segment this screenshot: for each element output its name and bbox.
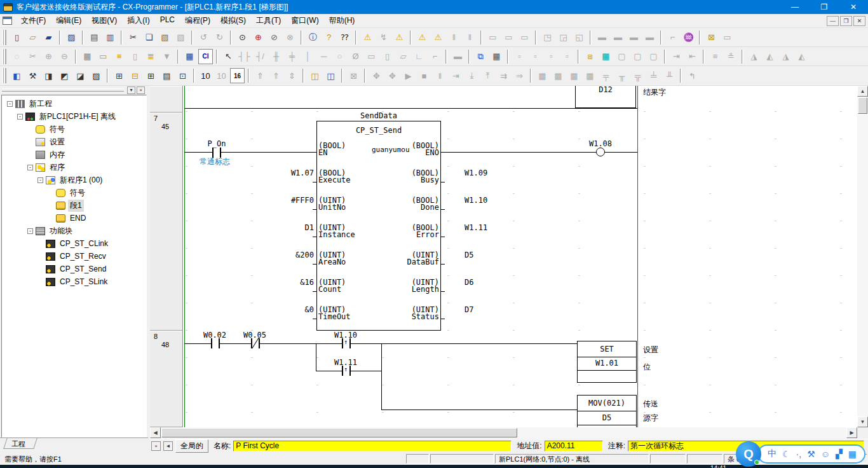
watch-window-icon[interactable]: ◨ [41,68,56,83]
fb-param-row[interactable]: &16 (UINT) Count (UINT) Length D6 [183,278,637,305]
new-file-icon[interactable]: ▯ [10,30,24,45]
diff-monitor4-icon[interactable]: ◭ [794,49,809,64]
pause-icon[interactable]: ‖ [433,68,447,83]
io-comment1-icon[interactable]: ▫ [512,49,527,64]
memory-view4-icon[interactable]: ▦ [583,68,597,83]
contact-w1-11[interactable] [349,366,351,376]
fb-library-icon[interactable]: ⧉ [473,49,488,64]
field-bar-prev-button[interactable]: ◄ [163,441,173,451]
fb-output-operand[interactable]: D5 [465,251,473,259]
window-tile-v-icon[interactable]: ▬ [627,30,641,45]
ladder-canvas[interactable]: D12 结果字 P_On 常通标志 SendData CP_ST_Send gu… [183,86,857,427]
fb-param-row[interactable]: (BOOL) EN (BOOL) ENO [183,141,637,169]
symbol-table-icon[interactable]: ▦ [182,49,197,64]
mdi-restore-button[interactable]: ❐ [840,16,852,26]
properties-icon[interactable]: ▨ [89,68,104,83]
transfer-program-icon[interactable]: ⊠ [346,68,361,83]
fb-output-operand[interactable]: W1.09 [465,169,487,177]
ime-apps-button[interactable]: ▦ [848,449,857,459]
vertical-scroll-thumb[interactable] [858,97,867,114]
fb-input-operand[interactable]: D1 [259,223,314,232]
continue-icon[interactable]: ⇒ [512,68,527,83]
scroll-left-button[interactable]: ◀ [150,427,161,438]
watch-window-add-icon[interactable]: ▭ [485,30,500,45]
step-over-icon[interactable]: ⇉ [496,68,511,83]
menu-plc[interactable]: PLC [155,14,180,27]
transfer-warning-icon[interactable]: ⚠ [415,30,430,45]
dock-close-button[interactable]: × [137,86,145,94]
menu-program[interactable]: 编程(P) [180,14,215,27]
tree-expander[interactable]: - [7,101,13,107]
redo-icon[interactable]: ↻ [212,30,227,45]
chart5-icon[interactable]: ╨ [662,68,677,83]
step-end-icon[interactable]: ⇥ [449,68,463,83]
tree-item-cp-st-slink[interactable]: CP_ST_SLink [2,275,146,288]
fb-input-operand[interactable]: &200 [259,251,314,259]
diff-monitor1-icon[interactable]: ◮ [747,49,761,64]
tree-item-cp-st-recv[interactable]: CP_ST_Recv [2,250,146,263]
toolbar-grip[interactable] [3,68,6,83]
tree-item-program1-symbols[interactable]: 符号 [2,186,146,199]
chart3-icon[interactable]: ╦ [630,68,645,83]
hex-view-icon[interactable]: 16 [230,68,245,83]
set-value3-icon[interactable]: ⇕ [285,68,299,83]
menu-help[interactable]: 帮助(H) [324,14,360,27]
instruction-box3-icon[interactable]: ▱ [396,49,410,64]
pause2-icon[interactable]: ‖ [463,30,477,45]
toolbar-grip[interactable] [3,30,6,45]
scroll-down-button[interactable]: ▼ [857,416,868,427]
mdi-close-button[interactable]: ✕ [853,16,865,26]
instruction-box2-icon[interactable]: ▯ [380,49,395,64]
grid-toggle-icon[interactable]: ▦ [80,49,95,64]
monitor-warning-icon[interactable]: ⚠ [431,30,445,45]
signed-decimal-view-icon[interactable]: 10 [214,68,229,83]
zoom-cut-icon[interactable]: ✂ [25,49,40,64]
protect-lock-icon[interactable]: ⊠ [704,30,719,45]
window-tile-h-icon[interactable]: ▬ [611,30,625,45]
symbol-address-field[interactable]: A200.11 [545,441,603,451]
fb-instance-icon[interactable]: ⧈ [583,49,597,64]
protect-release-icon[interactable]: ▭ [720,30,735,45]
tree-expander[interactable]: - [37,177,43,183]
monitor-pause2-icon[interactable]: ✥ [385,68,400,83]
pause-monitor-icon[interactable]: ‖ [447,30,461,45]
find-icon[interactable]: ⊙ [235,30,250,45]
select-tool-icon[interactable]: ↖ [221,49,236,64]
output-coil-w1-08[interactable] [596,148,605,156]
ct-view-icon[interactable]: CI [198,49,213,64]
io-comment4-icon[interactable]: ▫ [560,49,574,64]
menu-file[interactable]: 文件(F) [16,14,51,27]
memory-view3-icon[interactable]: ▦ [567,68,581,83]
ime-tools-button[interactable]: ⚒ [807,449,815,459]
contact-no-icon[interactable]: ┤├ [237,49,252,64]
help-icon[interactable]: ? [322,30,336,45]
tree-item-plc1[interactable]: - 新PLC1[CP1H-E] 离线 [2,110,146,123]
horizontal-scroll-thumb[interactable] [161,428,517,437]
undo-icon[interactable]: ↺ [196,30,211,45]
tree-item-new-project[interactable]: - 新工程 [2,97,146,110]
fb-edit2-icon[interactable]: ▢ [630,49,645,64]
minimize-button[interactable]: — [780,0,810,14]
window-arrange-icon[interactable]: ▬ [642,30,657,45]
decimal-view-icon[interactable]: 10 [198,68,213,83]
tree-expander[interactable]: - [17,114,23,120]
indent-icon[interactable]: ⇥ [669,49,684,64]
step-in-icon[interactable]: ⤓ [465,68,479,83]
horizontal-line-icon[interactable]: ─ [316,49,331,64]
fb-input-operand[interactable]: #FFF0 [259,196,314,205]
ime-lang-button[interactable]: 中 [768,448,776,460]
rung-margin-block[interactable] [150,86,182,113]
fb-param-row[interactable]: &0 (UINT) TimeOut (UINT) Status D7 [183,305,637,333]
address-ref-icon[interactable]: ◲ [556,30,571,45]
print-preview-icon[interactable]: ▥ [103,30,118,45]
find-back-icon[interactable]: ⊗ [283,30,297,45]
watch-paste-icon[interactable]: ▭ [501,30,516,45]
context-help-icon[interactable]: ⁇ [337,30,352,45]
set-instruction-box[interactable]: SET W1.01 [577,341,637,383]
tree-expander[interactable]: - [27,228,33,234]
workspace-toggle-icon[interactable]: ◧ [10,68,24,83]
window-cascade-icon[interactable]: ▬ [595,30,609,45]
coil-icon[interactable]: ○ [332,49,347,64]
address-ref-window-icon[interactable]: ◪ [73,68,88,83]
fb-input-operand[interactable]: W1.07 [259,169,314,177]
